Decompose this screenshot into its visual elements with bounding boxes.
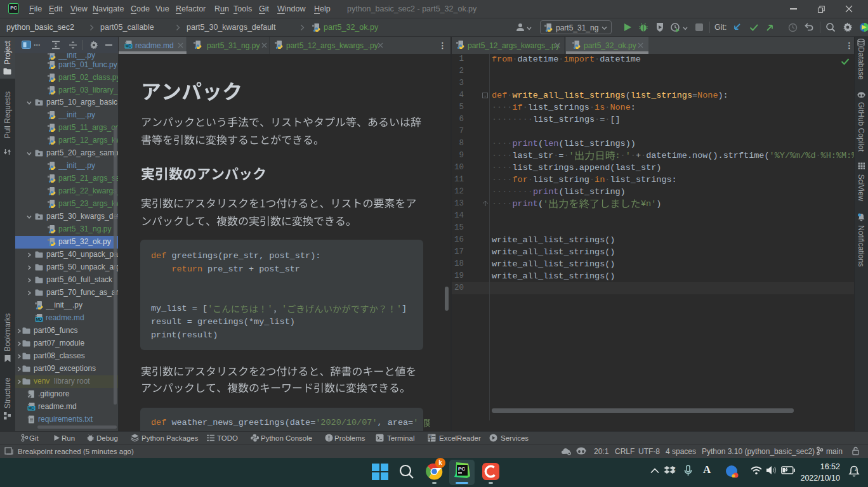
svg-text:X: X	[428, 435, 431, 439]
svg-text:PC: PC	[458, 466, 465, 472]
svg-text:MD: MD	[36, 317, 42, 321]
svg-text:z: z	[855, 467, 857, 472]
svg-text:z: z	[673, 465, 676, 472]
svg-text:MD: MD	[28, 406, 34, 410]
svg-text:MD: MD	[125, 44, 131, 48]
